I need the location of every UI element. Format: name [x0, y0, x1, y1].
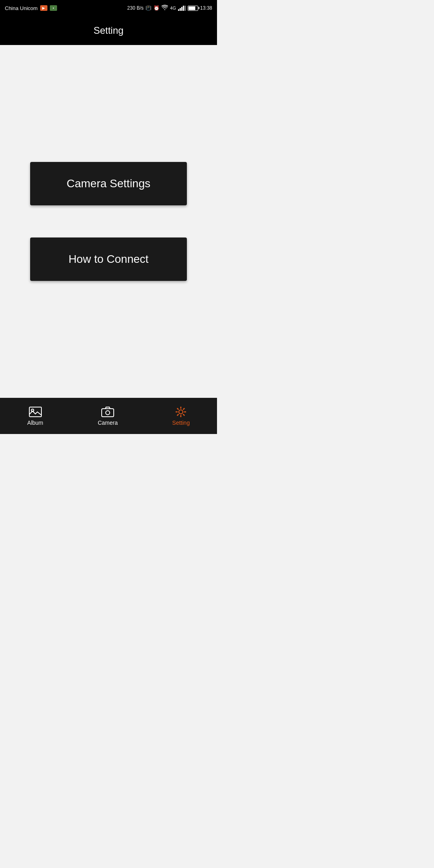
header: Setting: [0, 16, 217, 45]
camera-label: Camera: [98, 420, 118, 426]
main-content: Camera Settings How to Connect: [0, 45, 217, 398]
signal-strength: [178, 5, 186, 11]
album-label: Album: [27, 420, 43, 426]
nav-item-album[interactable]: Album: [19, 403, 51, 429]
camera-icon: [101, 406, 115, 418]
time-display: 13:38: [200, 5, 212, 11]
svg-point-4: [179, 410, 183, 414]
camera-settings-button[interactable]: Camera Settings: [30, 162, 187, 205]
status-bar: China Unicom ▶ ▪ 230 B/s 📳 ⏰ 4G 13:38: [0, 0, 217, 16]
nav-item-camera[interactable]: Camera: [90, 403, 126, 429]
wifi-icon: [162, 5, 168, 12]
carrier-icon-1: ▶: [40, 5, 47, 11]
network-type: 4G: [170, 6, 176, 10]
setting-label: Setting: [172, 420, 190, 426]
carrier-name: China Unicom: [5, 5, 38, 11]
how-to-connect-button[interactable]: How to Connect: [30, 237, 187, 281]
status-left: China Unicom ▶ ▪: [5, 5, 57, 11]
network-speed: 230 B/s: [127, 5, 144, 11]
album-icon: [29, 406, 42, 418]
battery-fill: [188, 6, 195, 10]
status-right: 230 B/s 📳 ⏰ 4G 13:38: [127, 5, 212, 12]
alarm-icon: ⏰: [154, 5, 160, 11]
carrier-icon-2: ▪: [50, 5, 57, 11]
battery-icon: [188, 6, 198, 11]
svg-rect-2: [102, 409, 114, 417]
svg-rect-0: [29, 407, 41, 417]
nav-item-setting[interactable]: Setting: [164, 403, 198, 429]
svg-point-3: [106, 411, 110, 415]
page-title: Setting: [94, 25, 124, 36]
vibrate-icon: 📳: [145, 5, 151, 11]
setting-icon: [174, 406, 188, 418]
bottom-nav: Album Camera Setting: [0, 398, 217, 434]
